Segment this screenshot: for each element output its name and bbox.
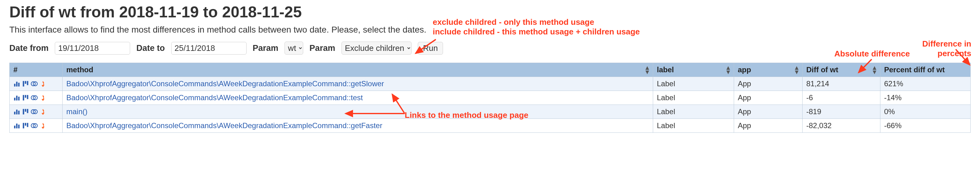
svg-rect-28: [25, 123, 26, 126]
param1-label: Param: [253, 43, 278, 53]
svg-rect-13: [27, 95, 28, 99]
compare-icon[interactable]: [31, 80, 38, 87]
col-actions-header[interactable]: #: [10, 63, 62, 77]
svg-rect-29: [27, 123, 28, 127]
diff-cell: -6: [803, 91, 880, 105]
sort-icon[interactable]: ▲▼: [644, 65, 650, 74]
actions-cell: [10, 105, 62, 119]
app-cell: App: [734, 105, 803, 119]
bar-chart-icon[interactable]: [13, 122, 20, 129]
svg-rect-25: [16, 123, 18, 128]
label-cell: Label: [653, 119, 734, 133]
actions-cell: [10, 91, 62, 105]
tree-icon[interactable]: [22, 94, 29, 101]
table-row: main() Label App -819 0%: [10, 105, 970, 119]
svg-rect-24: [14, 126, 15, 128]
param2-label: Param: [309, 43, 335, 53]
date-from-label: Date from: [10, 43, 49, 53]
tree-icon[interactable]: [22, 80, 29, 87]
svg-rect-8: [14, 98, 15, 101]
date-to-label: Date to: [136, 43, 165, 53]
table-row: Badoo\XhprofAggregator\ConsoleCommands\A…: [10, 119, 970, 133]
method-link[interactable]: main(): [66, 107, 88, 116]
tree-icon[interactable]: [22, 122, 29, 129]
svg-rect-2: [18, 83, 19, 87]
method-link[interactable]: Badoo\XhprofAggregator\ConsoleCommands\A…: [66, 93, 363, 102]
svg-rect-5: [27, 81, 28, 85]
tree-icon[interactable]: [22, 108, 29, 115]
compare-icon[interactable]: [31, 122, 38, 129]
label-cell: Label: [653, 105, 734, 119]
actions-cell: [10, 77, 62, 91]
svg-rect-12: [25, 95, 26, 98]
intro-text: This interface allows to find the most d…: [10, 25, 970, 35]
method-cell: main(): [62, 105, 653, 119]
col-label-header[interactable]: label ▲▼: [653, 63, 734, 77]
filter-bar: Date from Date to Param wt Param Exclude…: [10, 42, 970, 55]
svg-rect-26: [18, 125, 19, 128]
svg-rect-10: [18, 97, 19, 101]
method-link[interactable]: Badoo\XhprofAggregator\ConsoleCommands\A…: [66, 121, 382, 130]
svg-rect-27: [23, 123, 24, 128]
col-diff-header[interactable]: Diff of wt ▲▼: [803, 63, 880, 77]
compare-icon[interactable]: [31, 94, 38, 101]
pct-cell: -14%: [880, 91, 970, 105]
param2-select[interactable]: Exclude children: [342, 42, 412, 55]
bar-chart-icon[interactable]: [13, 108, 20, 115]
svg-rect-18: [18, 111, 19, 115]
svg-rect-4: [25, 81, 26, 84]
app-cell: App: [734, 91, 803, 105]
flame-icon[interactable]: [40, 122, 46, 129]
svg-rect-9: [16, 96, 18, 100]
pct-cell: 621%: [880, 77, 970, 91]
table-row: Badoo\XhprofAggregator\ConsoleCommands\A…: [10, 77, 970, 91]
col-method-header[interactable]: method ▲▼: [62, 63, 653, 77]
label-cell: Label: [653, 91, 734, 105]
svg-rect-1: [16, 82, 18, 86]
actions-cell: [10, 119, 62, 133]
flame-icon[interactable]: [40, 80, 46, 87]
svg-rect-20: [25, 109, 26, 112]
page-title: Diff of wt from 2018-11-19 to 2018-11-25: [10, 3, 970, 21]
flame-icon[interactable]: [40, 108, 46, 115]
col-app-header[interactable]: app ▲▼: [734, 63, 803, 77]
date-to-input[interactable]: [171, 42, 247, 55]
svg-rect-21: [27, 109, 28, 113]
svg-rect-19: [23, 109, 24, 115]
table-header-row: # method ▲▼ label ▲▼ app ▲▼ Diff of wt ▲…: [10, 63, 970, 77]
method-cell: Badoo\XhprofAggregator\ConsoleCommands\A…: [62, 119, 653, 133]
col-pct-header[interactable]: Percent diff of wt: [880, 63, 970, 77]
method-cell: Badoo\XhprofAggregator\ConsoleCommands\A…: [62, 77, 653, 91]
method-link[interactable]: Badoo\XhprofAggregator\ConsoleCommands\A…: [66, 79, 384, 88]
svg-rect-17: [16, 110, 18, 114]
run-button[interactable]: Run: [418, 42, 443, 55]
bar-chart-icon[interactable]: [13, 94, 20, 101]
diff-cell: -819: [803, 105, 880, 119]
pct-cell: 0%: [880, 105, 970, 119]
sort-icon[interactable]: ▲▼: [871, 65, 878, 74]
bar-chart-icon[interactable]: [13, 80, 20, 87]
label-cell: Label: [653, 77, 734, 91]
svg-rect-3: [23, 81, 24, 87]
svg-rect-16: [14, 112, 15, 115]
param1-select[interactable]: wt: [285, 42, 303, 55]
page-root: Diff of wt from 2018-11-19 to 2018-11-25…: [0, 0, 980, 139]
svg-rect-0: [14, 84, 15, 87]
sort-icon[interactable]: ▲▼: [794, 65, 800, 74]
compare-icon[interactable]: [31, 108, 38, 115]
app-cell: App: [734, 77, 803, 91]
diff-cell: 81,214: [803, 77, 880, 91]
sort-icon[interactable]: ▲▼: [725, 65, 731, 74]
svg-rect-11: [23, 95, 24, 101]
diff-table: # method ▲▼ label ▲▼ app ▲▼ Diff of wt ▲…: [10, 63, 970, 133]
app-cell: App: [734, 119, 803, 133]
diff-cell: -82,032: [803, 119, 880, 133]
date-from-input[interactable]: [55, 42, 130, 55]
table-row: Badoo\XhprofAggregator\ConsoleCommands\A…: [10, 91, 970, 105]
flame-icon[interactable]: [40, 94, 46, 101]
method-cell: Badoo\XhprofAggregator\ConsoleCommands\A…: [62, 91, 653, 105]
pct-cell: -66%: [880, 119, 970, 133]
